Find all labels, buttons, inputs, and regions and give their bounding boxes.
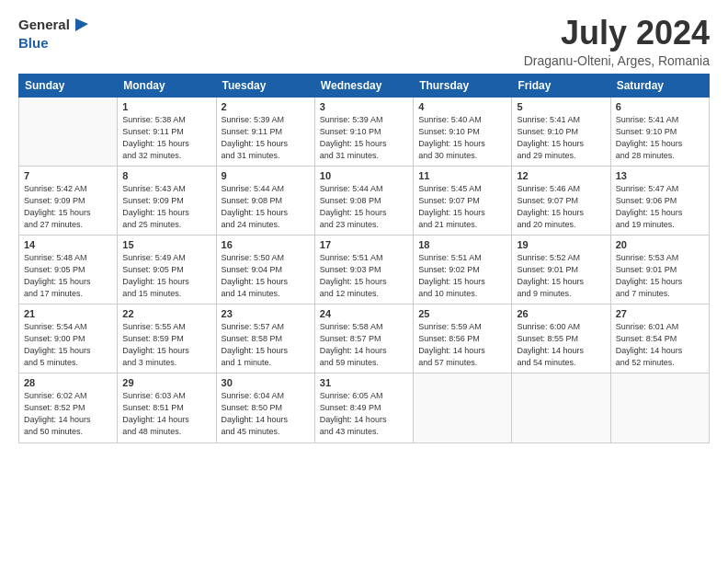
day-number: 29 [122,377,210,388]
day-number: 3 [320,101,408,112]
table-row: 31Sunrise: 6:05 AMSunset: 8:49 PMDayligh… [314,373,413,442]
calendar-week-row: 14Sunrise: 5:48 AMSunset: 9:05 PMDayligh… [19,235,710,304]
day-info: Sunrise: 5:51 AMSunset: 9:02 PMDaylight:… [418,252,506,300]
day-info: Sunrise: 5:42 AMSunset: 9:09 PMDaylight:… [24,183,112,231]
month-title: July 2024 [524,15,710,52]
logo: General Blue [18,15,92,52]
svg-marker-0 [75,18,88,31]
day-number: 14 [24,239,112,250]
day-info: Sunrise: 5:50 AMSunset: 9:04 PMDaylight:… [222,252,310,300]
table-row: 27Sunrise: 6:01 AMSunset: 8:54 PMDayligh… [610,304,709,373]
table-row: 30Sunrise: 6:04 AMSunset: 8:50 PMDayligh… [216,373,314,442]
subtitle: Draganu-Olteni, Arges, Romania [524,53,710,68]
table-row: 20Sunrise: 5:53 AMSunset: 9:01 PMDayligh… [610,235,709,304]
table-row: 2Sunrise: 5:39 AMSunset: 9:11 PMDaylight… [216,97,314,166]
day-number: 22 [122,308,210,319]
day-number: 13 [616,170,704,181]
calendar: Sunday Monday Tuesday Wednesday Thursday… [18,74,710,443]
day-info: Sunrise: 5:38 AMSunset: 9:11 PMDaylight:… [122,114,210,162]
day-number: 27 [616,308,704,319]
calendar-week-row: 1Sunrise: 5:38 AMSunset: 9:11 PMDaylight… [19,97,710,166]
table-row: 8Sunrise: 5:43 AMSunset: 9:09 PMDaylight… [118,166,216,235]
day-info: Sunrise: 5:39 AMSunset: 9:10 PMDaylight:… [320,114,408,162]
col-thursday: Thursday [414,74,512,97]
day-info: Sunrise: 6:05 AMSunset: 8:49 PMDaylight:… [320,390,408,438]
table-row: 5Sunrise: 5:41 AMSunset: 9:10 PMDaylight… [512,97,610,166]
table-row: 15Sunrise: 5:49 AMSunset: 9:05 PMDayligh… [118,235,216,304]
col-saturday: Saturday [610,74,709,97]
day-info: Sunrise: 5:57 AMSunset: 8:58 PMDaylight:… [222,321,310,369]
table-row: 9Sunrise: 5:44 AMSunset: 9:08 PMDaylight… [216,166,314,235]
table-row: 25Sunrise: 5:59 AMSunset: 8:56 PMDayligh… [414,304,512,373]
day-info: Sunrise: 5:55 AMSunset: 8:59 PMDaylight:… [122,321,210,369]
table-row [512,373,610,442]
table-row: 6Sunrise: 5:41 AMSunset: 9:10 PMDaylight… [610,97,709,166]
day-number: 15 [122,239,210,250]
day-number: 23 [222,308,310,319]
day-number: 2 [222,101,310,112]
day-info: Sunrise: 5:41 AMSunset: 9:10 PMDaylight:… [616,114,704,162]
day-number: 21 [24,308,112,319]
day-info: Sunrise: 5:44 AMSunset: 9:08 PMDaylight:… [222,183,310,231]
calendar-week-row: 7Sunrise: 5:42 AMSunset: 9:09 PMDaylight… [19,166,710,235]
title-block: July 2024 Draganu-Olteni, Arges, Romania [524,15,710,68]
table-row: 1Sunrise: 5:38 AMSunset: 9:11 PMDaylight… [118,97,216,166]
day-info: Sunrise: 5:47 AMSunset: 9:06 PMDaylight:… [616,183,704,231]
day-info: Sunrise: 5:39 AMSunset: 9:11 PMDaylight:… [222,114,310,162]
table-row [414,373,512,442]
day-number: 10 [320,170,408,181]
col-friday: Friday [512,74,610,97]
day-info: Sunrise: 5:44 AMSunset: 9:08 PMDaylight:… [320,183,408,231]
day-info: Sunrise: 5:59 AMSunset: 8:56 PMDaylight:… [418,321,506,369]
day-number: 18 [418,239,506,250]
logo-text: General [18,17,70,33]
day-number: 26 [517,308,605,319]
day-number: 9 [222,170,310,181]
table-row: 21Sunrise: 5:54 AMSunset: 9:00 PMDayligh… [19,304,118,373]
col-sunday: Sunday [19,74,118,97]
day-info: Sunrise: 5:45 AMSunset: 9:07 PMDaylight:… [418,183,506,231]
day-number: 30 [222,377,310,388]
calendar-header-row: Sunday Monday Tuesday Wednesday Thursday… [19,74,710,97]
table-row: 14Sunrise: 5:48 AMSunset: 9:05 PMDayligh… [19,235,118,304]
day-info: Sunrise: 6:04 AMSunset: 8:50 PMDaylight:… [222,390,310,438]
header: General Blue July 2024 Draganu-Olteni, A… [18,15,710,68]
day-number: 24 [320,308,408,319]
logo-blue: Blue [18,35,92,52]
day-number: 19 [517,239,605,250]
day-number: 11 [418,170,506,181]
day-number: 1 [122,101,210,112]
table-row [610,373,709,442]
day-number: 16 [222,239,310,250]
table-row [19,97,118,166]
day-number: 17 [320,239,408,250]
table-row: 19Sunrise: 5:52 AMSunset: 9:01 PMDayligh… [512,235,610,304]
calendar-week-row: 21Sunrise: 5:54 AMSunset: 9:00 PMDayligh… [19,304,710,373]
table-row: 28Sunrise: 6:02 AMSunset: 8:52 PMDayligh… [19,373,118,442]
day-info: Sunrise: 5:40 AMSunset: 9:10 PMDaylight:… [418,114,506,162]
table-row: 26Sunrise: 6:00 AMSunset: 8:55 PMDayligh… [512,304,610,373]
day-info: Sunrise: 5:58 AMSunset: 8:57 PMDaylight:… [320,321,408,369]
day-number: 28 [24,377,112,388]
page: General Blue July 2024 Draganu-Olteni, A… [0,0,728,563]
table-row: 3Sunrise: 5:39 AMSunset: 9:10 PMDaylight… [314,97,413,166]
day-info: Sunrise: 6:02 AMSunset: 8:52 PMDaylight:… [24,390,112,438]
logo-icon [72,15,92,35]
day-info: Sunrise: 5:49 AMSunset: 9:05 PMDaylight:… [122,252,210,300]
table-row: 17Sunrise: 5:51 AMSunset: 9:03 PMDayligh… [314,235,413,304]
calendar-week-row: 28Sunrise: 6:02 AMSunset: 8:52 PMDayligh… [19,373,710,442]
col-wednesday: Wednesday [314,74,413,97]
day-info: Sunrise: 5:54 AMSunset: 9:00 PMDaylight:… [24,321,112,369]
day-number: 25 [418,308,506,319]
table-row: 10Sunrise: 5:44 AMSunset: 9:08 PMDayligh… [314,166,413,235]
day-info: Sunrise: 6:01 AMSunset: 8:54 PMDaylight:… [616,321,704,369]
table-row: 18Sunrise: 5:51 AMSunset: 9:02 PMDayligh… [414,235,512,304]
day-info: Sunrise: 5:46 AMSunset: 9:07 PMDaylight:… [517,183,605,231]
table-row: 29Sunrise: 6:03 AMSunset: 8:51 PMDayligh… [118,373,216,442]
day-number: 20 [616,239,704,250]
day-number: 5 [517,101,605,112]
day-number: 7 [24,170,112,181]
table-row: 24Sunrise: 5:58 AMSunset: 8:57 PMDayligh… [314,304,413,373]
table-row: 11Sunrise: 5:45 AMSunset: 9:07 PMDayligh… [414,166,512,235]
table-row: 12Sunrise: 5:46 AMSunset: 9:07 PMDayligh… [512,166,610,235]
